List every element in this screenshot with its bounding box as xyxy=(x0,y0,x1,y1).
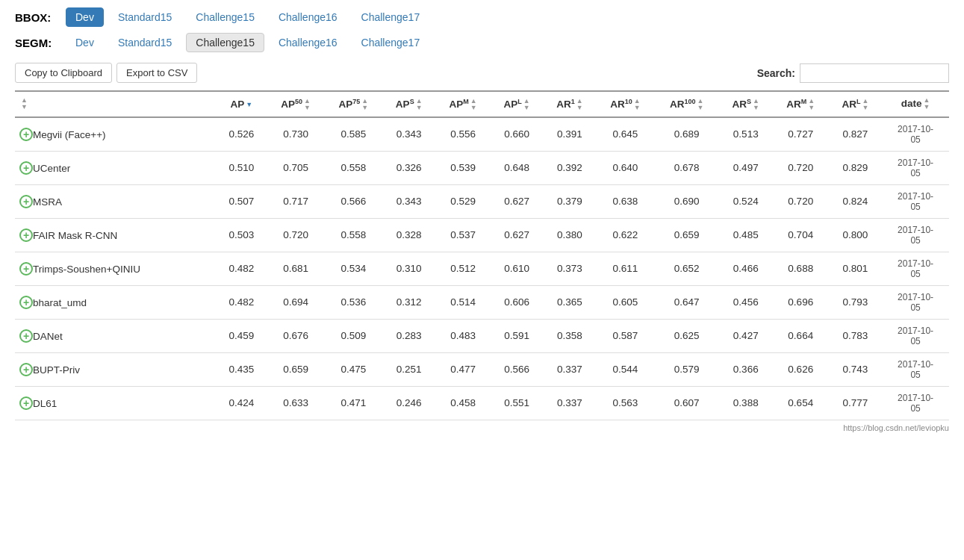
cell-date: 2017-10- 05 xyxy=(882,352,949,386)
bbox-tab-standard15[interactable]: Standard15 xyxy=(108,7,181,27)
cell-apm: 0.537 xyxy=(435,218,491,252)
cell-arl: 0.827 xyxy=(829,117,883,152)
col-header-ars[interactable]: ARS▲▼ xyxy=(719,91,773,117)
cell-apl: 0.566 xyxy=(491,352,544,386)
cell-ar100: 0.625 xyxy=(655,319,719,352)
cell-ap50: 0.717 xyxy=(267,184,325,218)
col-header-ar10[interactable]: AR10▲▼ xyxy=(596,91,654,117)
name-cell: +FAIR Mask R-CNN xyxy=(15,218,216,252)
bbox-tab-dev[interactable]: Dev xyxy=(66,7,104,27)
sort-arrows-ar1: ▲▼ xyxy=(576,98,583,111)
cell-arl: 0.829 xyxy=(829,151,883,184)
table-row: +FAIR Mask R-CNN0.5030.7200.5580.3280.53… xyxy=(15,218,949,252)
expand-icon[interactable]: + xyxy=(19,195,33,208)
export-csv-button[interactable]: Export to CSV xyxy=(116,63,197,83)
cell-apl: 0.606 xyxy=(491,285,544,319)
table-row: +bharat_umd0.4820.6940.5360.3120.5140.60… xyxy=(15,285,949,319)
segm-tab-challenge16[interactable]: Challenge16 xyxy=(269,33,347,52)
segm-tab-dev[interactable]: Dev xyxy=(66,33,104,52)
col-header-name[interactable]: ▲▼ xyxy=(15,91,216,117)
cell-ars: 0.388 xyxy=(719,386,773,420)
expand-icon[interactable]: + xyxy=(19,396,33,410)
copy-clipboard-button[interactable]: Copy to Clipboard xyxy=(15,63,112,83)
cell-ap50: 0.720 xyxy=(267,218,325,252)
col-header-arm[interactable]: ARM▲▼ xyxy=(773,91,829,117)
col-header-aps[interactable]: APS▲▼ xyxy=(382,91,435,117)
cell-arl: 0.743 xyxy=(829,352,883,386)
bbox-tab-challenge15[interactable]: Challenge15 xyxy=(186,7,264,27)
col-header-apl[interactable]: APL▲▼ xyxy=(491,91,544,117)
entry-name: bharat_umd xyxy=(33,297,87,308)
cell-ap50: 0.705 xyxy=(267,151,325,184)
entry-name: BUPT-Priv xyxy=(33,364,80,376)
cell-ap50: 0.633 xyxy=(267,386,325,420)
cell-ars: 0.497 xyxy=(719,151,773,184)
cell-arm: 0.696 xyxy=(773,285,829,319)
expand-icon[interactable]: + xyxy=(19,329,33,343)
expand-icon[interactable]: + xyxy=(19,363,33,376)
entry-name: UCenter xyxy=(33,163,70,174)
cell-ap50: 0.681 xyxy=(267,252,325,285)
cell-aps: 0.326 xyxy=(382,151,435,184)
col-header-ap50[interactable]: AP50▲▼ xyxy=(267,91,325,117)
col-header-ar1[interactable]: AR1▲▼ xyxy=(543,91,596,117)
entry-name: Trimps-Soushen+QINIU xyxy=(33,264,140,275)
table-header: ▲▼AP▼AP50▲▼AP75▲▼APS▲▼APM▲▼APL▲▼AR1▲▼AR1… xyxy=(15,91,949,117)
sort-down-icon: ▼ xyxy=(697,105,703,111)
col-header-ap75[interactable]: AP75▲▼ xyxy=(325,91,382,117)
segm-tab-standard15[interactable]: Standard15 xyxy=(108,33,181,52)
expand-icon[interactable]: + xyxy=(19,228,33,242)
cell-ap: 0.459 xyxy=(216,319,267,352)
cell-ap75: 0.566 xyxy=(325,184,382,218)
cell-ar10: 0.605 xyxy=(596,285,654,319)
col-label-ar1: AR1 xyxy=(556,99,575,110)
name-cell: +bharat_umd xyxy=(15,285,216,319)
bbox-tab-challenge17[interactable]: Challenge17 xyxy=(352,7,430,27)
cell-ap: 0.503 xyxy=(216,218,267,252)
bbox-label: BBOX: xyxy=(15,11,60,24)
col-header-date[interactable]: date▲▼ xyxy=(882,91,949,117)
col-header-apm[interactable]: APM▲▼ xyxy=(435,91,491,117)
cell-ar10: 0.638 xyxy=(596,184,654,218)
cell-ap75: 0.558 xyxy=(325,218,382,252)
cell-ars: 0.366 xyxy=(719,352,773,386)
cell-ar100: 0.647 xyxy=(655,285,719,319)
expand-icon[interactable]: + xyxy=(19,296,33,309)
entry-name: DL61 xyxy=(33,398,57,409)
col-header-ap[interactable]: AP▼ xyxy=(216,91,267,117)
expand-icon[interactable]: + xyxy=(19,161,33,175)
cell-ars: 0.524 xyxy=(719,184,773,218)
cell-ar100: 0.678 xyxy=(655,151,719,184)
sort-arrows-ap50: ▲▼ xyxy=(304,98,311,111)
expand-icon[interactable]: + xyxy=(19,128,33,141)
cell-ar10: 0.622 xyxy=(596,218,654,252)
sort-down-icon: ▼ xyxy=(808,105,815,111)
cell-ar10: 0.544 xyxy=(596,352,654,386)
name-cell: +UCenter xyxy=(15,151,216,184)
segm-tab-challenge15[interactable]: Challenge15 xyxy=(186,33,264,52)
table-row: +DANet0.4590.6760.5090.2830.4830.5910.35… xyxy=(15,319,949,352)
name-cell: +DANet xyxy=(15,319,216,352)
table-row: +Trimps-Soushen+QINIU0.4820.6810.5340.31… xyxy=(15,252,949,285)
col-header-arl[interactable]: ARL▲▼ xyxy=(829,91,883,117)
entry-name: Megvii (Face++) xyxy=(33,129,106,140)
bbox-tab-challenge16[interactable]: Challenge16 xyxy=(269,7,347,27)
cell-ars: 0.456 xyxy=(719,285,773,319)
cell-ap75: 0.558 xyxy=(325,151,382,184)
col-header-ar100[interactable]: AR100▲▼ xyxy=(655,91,719,117)
segm-tab-challenge17[interactable]: Challenge17 xyxy=(352,33,430,52)
bbox-nav-row: BBOX: DevStandard15Challenge15Challenge1… xyxy=(15,7,949,27)
cell-ar100: 0.579 xyxy=(655,352,719,386)
col-label-apl: APL xyxy=(504,99,522,110)
cell-ap75: 0.475 xyxy=(325,352,382,386)
bbox-tabs: DevStandard15Challenge15Challenge16Chall… xyxy=(66,7,429,27)
cell-arm: 0.704 xyxy=(773,218,829,252)
cell-ar10: 0.587 xyxy=(596,319,654,352)
expand-icon[interactable]: + xyxy=(19,262,33,276)
cell-apl: 0.627 xyxy=(491,218,544,252)
cell-apm: 0.458 xyxy=(435,386,491,420)
sort-arrows-ar10: ▲▼ xyxy=(634,98,641,111)
search-input[interactable] xyxy=(800,63,949,83)
cell-ar1: 0.379 xyxy=(543,184,596,218)
cell-date: 2017-10- 05 xyxy=(882,218,949,252)
